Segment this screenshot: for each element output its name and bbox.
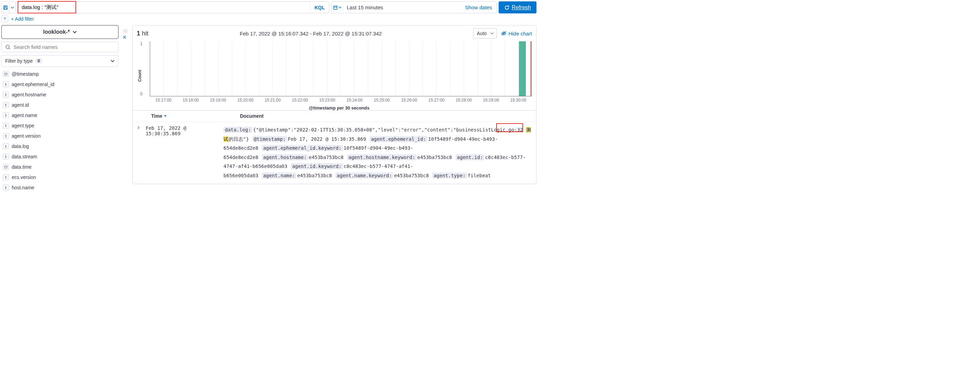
saved-queries-button[interactable]	[2, 2, 16, 13]
text-type-icon: t	[3, 143, 9, 149]
collapse-sidebar-button[interactable]	[123, 35, 128, 40]
filter-by-type-button[interactable]: Filter by type 0	[2, 55, 118, 67]
doc-value: e453ba753bc8	[309, 154, 344, 160]
table-row[interactable]: Feb 17, 2022 @ 15:30:35.869 data.log:{"@…	[132, 121, 536, 184]
field-name: @timestamp	[12, 71, 39, 77]
field-item[interactable]: tecs.version	[2, 173, 118, 182]
time-range-display[interactable]: Last 15 minutes	[343, 2, 461, 13]
filter-options-button[interactable]	[2, 16, 8, 22]
chart-x-tick: 15:25:00	[368, 98, 395, 103]
field-item[interactable]: tagent.type	[2, 121, 118, 130]
row-document: data.log:{"@timestamp":"2022-02-17T15:30…	[223, 125, 532, 180]
chart-y-tick: 1	[140, 41, 143, 46]
doc-key: agent.hostname.keyword:	[347, 154, 417, 161]
chevron-right-icon	[137, 126, 140, 129]
field-name: data.time	[12, 164, 32, 170]
filter-by-type-label: Filter by type	[5, 58, 33, 64]
field-item[interactable]: tagent.hostname	[2, 90, 118, 99]
field-name: host.name	[12, 185, 34, 190]
index-pattern-label: looklook-*	[43, 29, 70, 35]
text-type-icon: t	[3, 122, 9, 129]
doc-key: agent.ephemeral_id:	[369, 136, 427, 142]
doc-key: agent.type:	[432, 172, 467, 179]
field-item[interactable]: tagent.id	[2, 100, 118, 110]
svg-point-11	[125, 31, 126, 32]
field-name: data.log	[12, 143, 29, 149]
sort-desc-icon	[164, 114, 167, 118]
expand-row-button[interactable]	[137, 125, 142, 180]
text-type-icon: t	[3, 154, 9, 160]
text-type-icon: t	[3, 81, 9, 87]
text-type-icon: t	[3, 112, 9, 118]
doc-key: agent.name.keyword:	[336, 172, 393, 179]
svg-point-10	[123, 31, 124, 32]
refresh-button[interactable]: Refresh	[499, 2, 536, 13]
index-pattern-selector[interactable]: looklook-*	[2, 25, 118, 39]
chevron-down-icon	[73, 30, 77, 34]
time-range-text: Feb 17, 2022 @ 15:16:07.342 - Feb 17, 20…	[153, 31, 469, 37]
chart-x-tick: 15:22:00	[286, 98, 313, 103]
interval-select[interactable]: Auto	[473, 28, 497, 38]
hide-chart-button[interactable]: Hide chart	[501, 31, 532, 37]
doc-value: e453ba753bc8	[297, 173, 332, 178]
doc-key: data.log:	[223, 127, 252, 133]
refresh-icon	[504, 5, 510, 10]
query-input[interactable]	[18, 2, 310, 13]
field-name: agent.type	[12, 123, 34, 129]
chart-x-tick: 15:21:00	[259, 98, 286, 103]
svg-rect-6	[5, 166, 7, 168]
svg-point-7	[123, 30, 124, 30]
field-item[interactable]: data.time	[2, 162, 118, 172]
date-picker-button[interactable]	[332, 3, 343, 12]
options-icon[interactable]	[123, 29, 128, 33]
doc-key: agent.hostname:	[262, 154, 308, 161]
field-name: agent.id	[12, 102, 29, 108]
doc-value: Feb 17, 2022 @ 15:30:35.869	[288, 136, 366, 142]
histogram-chart[interactable]: Count 1 0 15:17:0015:18:0015:19:0015:20:…	[132, 41, 536, 110]
field-item[interactable]: tdata.log	[2, 142, 118, 151]
chart-x-tick: 15:18:00	[177, 98, 204, 103]
chart-x-tick: 15:30:00	[505, 98, 532, 103]
svg-rect-2	[4, 8, 6, 9]
field-item[interactable]: tagent.name	[2, 111, 118, 120]
eye-off-icon	[501, 31, 506, 36]
doc-key: @timestamp:	[252, 136, 287, 142]
field-item[interactable]: tdata.stream	[2, 152, 118, 161]
calendar-icon	[3, 164, 9, 170]
field-item[interactable]: tagent.ephemeral_id	[2, 80, 118, 89]
field-name: data.stream	[12, 154, 37, 159]
column-time[interactable]: Time	[151, 113, 231, 119]
text-type-icon: t	[3, 92, 9, 98]
refresh-label: Refresh	[512, 5, 531, 11]
svg-rect-3	[334, 6, 337, 9]
doc-value: e453ba753bc8	[417, 154, 452, 160]
calendar-icon	[333, 5, 338, 10]
field-item[interactable]: tagent.version	[2, 132, 118, 140]
interval-select-value: Auto	[477, 31, 487, 36]
text-type-icon: t	[3, 184, 9, 191]
field-item[interactable]: @timestamp	[2, 70, 118, 78]
filter-icon	[3, 17, 7, 21]
chevron-down-icon	[111, 59, 115, 63]
text-type-icon: t	[3, 174, 9, 180]
save-icon	[2, 2, 9, 13]
field-name: agent.name	[12, 113, 37, 118]
column-document[interactable]: Document	[240, 113, 263, 119]
add-filter-button[interactable]: + Add filter	[11, 16, 34, 22]
field-search-input[interactable]	[13, 44, 115, 50]
doc-value: filebeat	[468, 173, 491, 178]
chevron-down-icon	[490, 32, 494, 35]
query-language-button[interactable]: KQL	[310, 2, 329, 13]
svg-point-9	[126, 30, 127, 30]
chart-bar[interactable]	[519, 41, 526, 96]
doc-key: agent.name:	[262, 172, 296, 179]
chart-x-tick: 15:24:00	[341, 98, 368, 103]
svg-point-12	[126, 31, 127, 32]
show-dates-button[interactable]: Show dates	[461, 2, 496, 13]
field-item[interactable]: thost.name	[2, 183, 118, 192]
field-name: ecs.version	[12, 175, 36, 180]
chevron-down-icon	[9, 2, 16, 13]
filter-by-type-count: 0	[35, 59, 42, 64]
chart-x-tick: 15:28:00	[450, 98, 477, 103]
row-time: Feb 17, 2022 @ 15:30:35.869	[146, 125, 220, 180]
